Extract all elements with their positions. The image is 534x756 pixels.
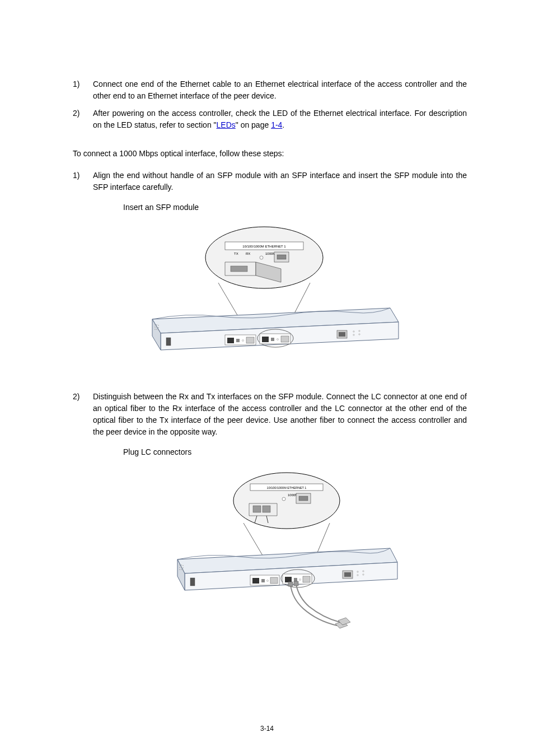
svg-point-13	[154, 324, 156, 325]
svg-point-42	[282, 497, 285, 501]
svg-rect-44	[299, 496, 308, 501]
svg-point-83	[357, 575, 358, 576]
svg-point-58	[179, 567, 180, 568]
svg-point-39	[359, 333, 360, 334]
sfp-insert-illustration: 10/100/1000M ETHERNET 1 TX RX 1000M	[135, 224, 404, 364]
svg-point-32	[277, 338, 279, 340]
svg-point-62	[181, 569, 182, 570]
speed-label: 1000M	[265, 252, 275, 255]
list-item: 2) After powering on the access controll…	[73, 108, 467, 131]
list-marker: 2)	[73, 391, 93, 438]
rx-label: RX	[246, 252, 250, 255]
svg-point-37	[353, 334, 354, 335]
list-content: Distinguish between the Rx and Tx interf…	[93, 391, 467, 438]
svg-point-55	[179, 564, 180, 566]
module-label: 10/100/1000M ETHERNET 1	[267, 486, 307, 489]
svg-point-60	[182, 567, 184, 568]
svg-point-18	[158, 327, 159, 328]
svg-point-19	[154, 329, 156, 330]
svg-point-15	[158, 325, 159, 326]
figure-1-sfp-module: 10/100/1000M ETHERNET 1 TX RX 1000M	[73, 219, 467, 368]
svg-rect-46	[253, 506, 261, 512]
optical-steps-list-2: 2) Distinguish between the Rx and Tx int…	[73, 391, 467, 438]
list-item: 1) Connect one end of the Ethernet cable…	[73, 78, 467, 102]
svg-point-84	[363, 571, 364, 572]
tx-label: TX	[234, 252, 238, 255]
svg-point-40	[233, 473, 340, 529]
svg-point-74	[299, 579, 301, 581]
list-content: Align the end without handle of an SFP m…	[93, 170, 467, 193]
list-item: 2) Distinguish between the Rx and Tx int…	[73, 391, 467, 438]
list-content: Connect one end of the Ethernet cable to…	[93, 78, 467, 102]
svg-rect-69	[270, 577, 278, 584]
svg-rect-7	[231, 266, 247, 272]
svg-rect-35	[339, 332, 345, 337]
svg-rect-73	[294, 578, 297, 581]
svg-rect-64	[190, 578, 195, 586]
svg-rect-33	[281, 336, 289, 342]
page-number: 3-14	[0, 724, 534, 734]
svg-rect-22	[166, 338, 171, 346]
svg-rect-47	[263, 506, 270, 512]
figure-2-lc-connectors: 10/100/1000M ETHERNET 1 1000M	[101, 464, 467, 644]
svg-rect-24	[227, 338, 234, 343]
svg-point-85	[363, 574, 364, 575]
page-1-4-link[interactable]: 1-4	[271, 120, 282, 129]
ethernet-steps-list: 1) Connect one end of the Ethernet cable…	[73, 78, 467, 131]
figure-1-caption: Insert an SFP module	[123, 202, 467, 213]
svg-point-57	[182, 565, 184, 566]
svg-point-2	[260, 256, 263, 259]
svg-point-82	[357, 571, 358, 572]
svg-point-14	[156, 324, 157, 325]
list-marker: 1)	[73, 170, 93, 193]
svg-rect-75	[303, 576, 310, 582]
svg-point-59	[181, 567, 182, 568]
svg-rect-76	[288, 582, 293, 586]
svg-point-0	[205, 227, 323, 288]
leds-link[interactable]: LEDs	[217, 120, 236, 129]
svg-rect-27	[246, 337, 254, 343]
svg-point-68	[267, 580, 269, 582]
svg-point-61	[179, 569, 180, 570]
document-page: 1) Connect one end of the Ethernet cable…	[0, 0, 534, 756]
svg-point-56	[181, 564, 182, 566]
svg-point-17	[156, 326, 157, 328]
svg-rect-81	[344, 572, 351, 577]
svg-point-36	[353, 330, 354, 332]
svg-rect-66	[252, 578, 259, 584]
optical-intro-text: To connect a 1000 Mbps optical interface…	[73, 148, 467, 160]
svg-rect-30	[262, 337, 269, 342]
list-marker: 2)	[73, 108, 93, 131]
svg-point-26	[242, 339, 244, 341]
list-marker: 1)	[73, 78, 93, 102]
svg-rect-31	[271, 338, 274, 341]
svg-point-63	[182, 570, 184, 571]
svg-rect-77	[294, 581, 298, 586]
svg-rect-4	[277, 255, 286, 259]
svg-rect-72	[285, 577, 292, 582]
text-run: .	[282, 120, 284, 129]
svg-rect-25	[236, 339, 240, 342]
text-run: " on page	[236, 120, 271, 129]
optical-steps-list-1: 1) Align the end without handle of an SF…	[73, 170, 467, 193]
list-item: 1) Align the end without handle of an SF…	[73, 170, 467, 193]
svg-point-16	[154, 326, 156, 328]
lc-connector-illustration: 10/100/1000M ETHERNET 1 1000M	[166, 470, 401, 638]
list-content: After powering on the access controller,…	[93, 108, 467, 131]
svg-rect-67	[261, 579, 265, 582]
svg-point-38	[359, 330, 360, 331]
svg-point-21	[158, 329, 159, 330]
svg-point-20	[156, 329, 157, 330]
module-label: 10/100/1000M ETHERNET 1	[242, 245, 286, 248]
figure-2-caption: Plug LC connectors	[123, 446, 467, 458]
